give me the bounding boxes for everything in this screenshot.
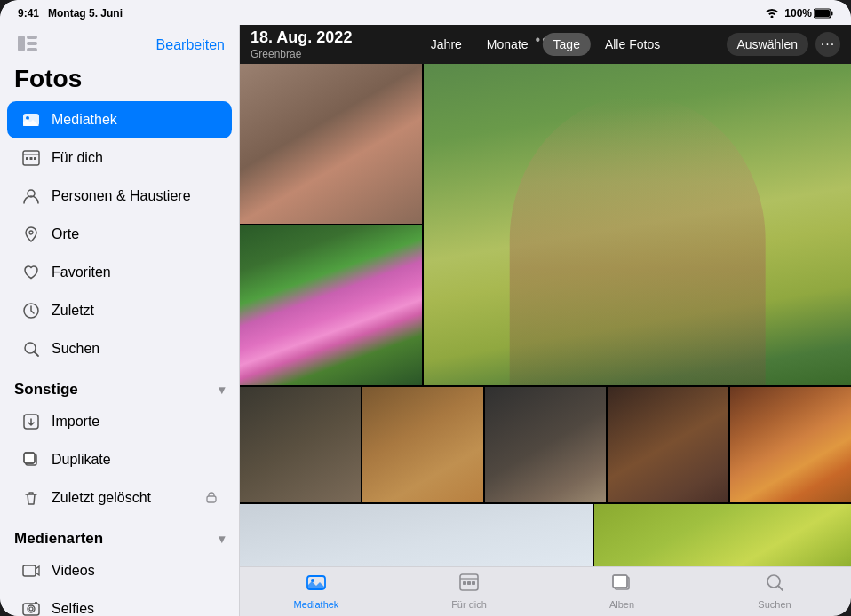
videos-icon bbox=[21, 561, 41, 580]
sidebar-item-importe[interactable]: Importe bbox=[7, 403, 232, 440]
svg-rect-38 bbox=[467, 581, 471, 585]
photo-cell-bottle[interactable] bbox=[240, 504, 593, 566]
device-frame: 9:41 Montag 5. Juni 100% bbox=[0, 0, 851, 616]
photo-cell-portrait-large[interactable] bbox=[424, 64, 851, 385]
bottom-row-2 bbox=[240, 504, 851, 566]
selfies-label: Selfies bbox=[52, 601, 94, 616]
videos-label: Videos bbox=[52, 563, 95, 579]
status-right: 100% bbox=[765, 7, 833, 20]
svg-rect-11 bbox=[26, 157, 28, 160]
select-button[interactable]: Auswählen bbox=[727, 33, 809, 56]
toolbar-right: Auswählen ··· bbox=[727, 32, 841, 57]
zuletzt-geloescht-label: Zuletzt gelöscht bbox=[52, 490, 151, 506]
view-tab-monate[interactable]: Monate bbox=[476, 33, 539, 56]
duplikate-label: Duplikate bbox=[52, 452, 111, 468]
orte-label: Orte bbox=[52, 226, 79, 242]
app-content: Bearbeiten Fotos Mediathek Für dich bbox=[0, 25, 851, 616]
status-time: 9:41 bbox=[18, 7, 39, 20]
bottom-nav-fuer-dich-label: Für dich bbox=[451, 599, 487, 610]
medienarten-section-header[interactable]: Medienarten ▾ bbox=[0, 517, 239, 551]
sidebar-item-suchen[interactable]: Suchen bbox=[7, 330, 232, 367]
svg-rect-24 bbox=[23, 565, 36, 576]
view-tab-tage[interactable]: Tage bbox=[543, 33, 591, 56]
photo-cell-flower[interactable] bbox=[240, 225, 422, 385]
photo-cell-portrait-small[interactable] bbox=[240, 64, 422, 224]
orte-icon bbox=[21, 225, 41, 244]
sidebar-item-zuletzt-geloescht[interactable]: Zuletzt gelöscht bbox=[7, 479, 232, 517]
view-tab-alle-fotos[interactable]: Alle Fotos bbox=[594, 33, 671, 56]
svg-rect-39 bbox=[472, 581, 475, 585]
medienarten-title: Medienarten bbox=[14, 530, 103, 548]
svg-rect-2 bbox=[831, 12, 833, 16]
medienarten-chevron-icon: ▾ bbox=[219, 532, 225, 546]
mediathek-label: Mediathek bbox=[52, 112, 117, 128]
photo-cell-fruits[interactable] bbox=[730, 387, 851, 502]
bottom-nav-mediathek-icon bbox=[306, 573, 326, 596]
personen-icon bbox=[21, 186, 41, 206]
svg-rect-5 bbox=[27, 42, 37, 45]
sonstige-chevron-icon: ▾ bbox=[219, 383, 225, 397]
sidebar-title: Fotos bbox=[0, 61, 239, 100]
sidebar-edit-button[interactable]: Bearbeiten bbox=[156, 37, 225, 53]
sidebar-toggle-button[interactable] bbox=[14, 32, 41, 58]
toolbar-left: 18. Aug. 2022 Greenbrae bbox=[251, 28, 352, 60]
bottom-nav-mediathek[interactable]: Mediathek bbox=[240, 574, 393, 607]
wifi-icon bbox=[765, 7, 779, 20]
importe-icon bbox=[21, 412, 41, 431]
sidebar-item-mediathek[interactable]: Mediathek bbox=[7, 101, 232, 138]
photo-date: 18. Aug. 2022 bbox=[251, 28, 352, 48]
main-photo-area: 18. Aug. 2022 Greenbrae ••• Jahre Monate… bbox=[240, 25, 851, 616]
bottom-nav-suchen[interactable]: Suchen bbox=[698, 574, 851, 607]
bottom-nav-mediathek-label: Mediathek bbox=[294, 599, 339, 610]
sidebar-item-personen[interactable]: Personen & Haustiere bbox=[7, 178, 232, 215]
svg-rect-6 bbox=[27, 48, 37, 51]
status-date: Montag 5. Juni bbox=[48, 7, 123, 20]
svg-rect-37 bbox=[463, 581, 466, 585]
fuer-dich-icon bbox=[21, 148, 41, 168]
photo-cell-kitchen1[interactable] bbox=[240, 387, 361, 502]
photo-location: Greenbrae bbox=[251, 48, 352, 60]
status-bar: 9:41 Montag 5. Juni 100% bbox=[0, 0, 851, 25]
view-tabs: Jahre Monate Tage Alle Fotos bbox=[420, 33, 671, 56]
sidebar-item-fuer-dich[interactable]: Für dich bbox=[7, 139, 232, 177]
photo-cell-bread[interactable] bbox=[362, 387, 483, 502]
sidebar-nav: Mediathek Für dich Personen & Haustiere bbox=[0, 100, 239, 616]
sidebar-item-favoriten[interactable]: Favoriten bbox=[7, 254, 232, 291]
sidebar-item-videos[interactable]: Videos bbox=[7, 552, 232, 589]
more-button[interactable]: ··· bbox=[815, 32, 840, 57]
duplikate-icon bbox=[21, 450, 41, 470]
photo-grid bbox=[240, 64, 851, 566]
sidebar-item-zuletzt[interactable]: Zuletzt bbox=[7, 292, 232, 329]
sidebar-item-duplikate[interactable]: Duplikate bbox=[7, 441, 232, 478]
bottom-nav-fuer-dich[interactable]: Für dich bbox=[393, 574, 545, 607]
svg-point-15 bbox=[29, 231, 33, 234]
bottom-nav-fuer-dich-icon bbox=[459, 573, 479, 596]
sidebar-item-selfies[interactable]: Selfies bbox=[7, 590, 232, 616]
bottom-nav: Mediathek Für dich Alben bbox=[240, 566, 851, 616]
sonstige-section-header[interactable]: Sonstige ▾ bbox=[0, 368, 239, 402]
bottom-nav-alben-icon bbox=[612, 573, 632, 596]
svg-point-8 bbox=[26, 116, 29, 120]
photo-cell-sliced-green[interactable] bbox=[594, 504, 851, 566]
svg-point-26 bbox=[28, 605, 35, 612]
sidebar-header: Bearbeiten bbox=[0, 25, 239, 61]
battery-icon: 100% bbox=[784, 7, 833, 20]
photo-cell-cooking[interactable] bbox=[485, 387, 606, 502]
suchen-icon bbox=[21, 339, 41, 359]
svg-rect-21 bbox=[24, 453, 35, 463]
svg-point-27 bbox=[29, 607, 33, 611]
importe-label: Importe bbox=[52, 414, 99, 430]
sidebar-item-orte[interactable]: Orte bbox=[7, 216, 232, 253]
svg-rect-41 bbox=[613, 575, 627, 588]
trash-icon bbox=[21, 488, 41, 508]
photo-cell-bowls[interactable] bbox=[608, 387, 728, 502]
view-tab-jahre[interactable]: Jahre bbox=[420, 33, 473, 56]
svg-rect-4 bbox=[27, 36, 37, 39]
status-left: 9:41 Montag 5. Juni bbox=[18, 7, 123, 20]
favoriten-icon bbox=[21, 263, 41, 282]
selfies-icon bbox=[21, 599, 41, 616]
bottom-row-1 bbox=[240, 387, 851, 502]
sidebar: Bearbeiten Fotos Mediathek Für dich bbox=[0, 25, 240, 616]
bottom-nav-alben[interactable]: Alben bbox=[545, 574, 698, 607]
suchen-label: Suchen bbox=[52, 341, 99, 357]
